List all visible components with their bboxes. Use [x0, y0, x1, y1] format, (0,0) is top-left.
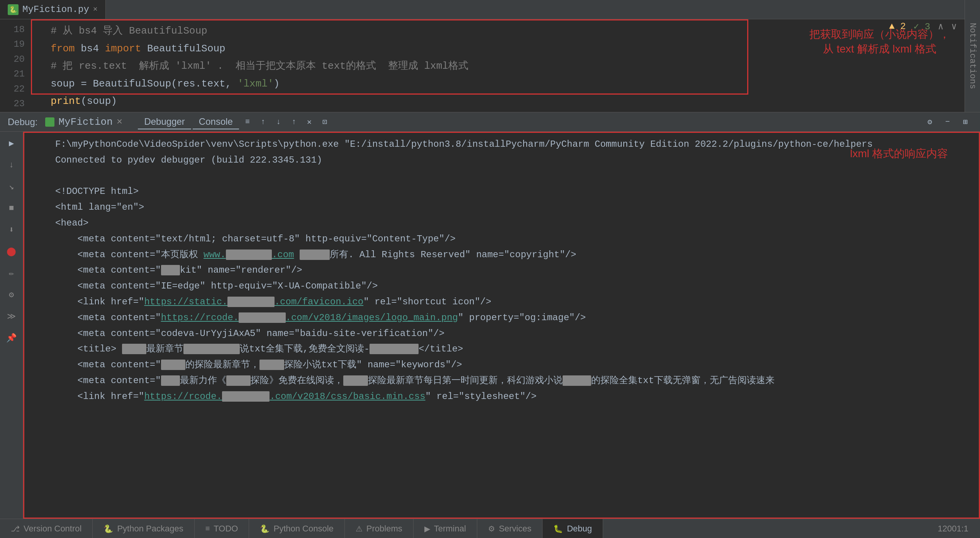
status-tab-terminal-label: Terminal	[434, 524, 466, 534]
tab-debugger[interactable]: Debugger	[138, 115, 191, 129]
problems-icon: ⚠	[356, 524, 363, 533]
status-tab-debug-label: Debug	[567, 524, 592, 534]
status-tab-version-control-label: Version Control	[24, 524, 81, 534]
sidebar-settings-btn[interactable]: ⚙	[4, 287, 19, 302]
sidebar-step-over-btn[interactable]: ↓	[4, 157, 19, 173]
console-line-10: <meta content="IE=edge" http-equiv="X-UA…	[55, 278, 971, 294]
console-line-13: <meta content="codeva-UrYyjiAxA5" name="…	[55, 326, 971, 342]
todo-icon: ≡	[205, 524, 210, 533]
debug-settings: ⚙ − ⊞	[923, 115, 972, 129]
status-tab-todo[interactable]: ≡ TODO	[195, 519, 249, 538]
sidebar-step-into-btn[interactable]: ↘	[4, 179, 19, 194]
debug-tab-close[interactable]: ×	[117, 116, 123, 128]
close-debug-icon[interactable]: −	[941, 115, 955, 129]
console-line-4: <!DOCTYPE html>	[55, 184, 971, 200]
notifications-panel: Notifications	[965, 0, 980, 112]
status-tab-python-console[interactable]: 🐍 Python Console	[249, 519, 344, 538]
console-line-6: <head>	[55, 216, 971, 231]
layout-icon[interactable]: ⊞	[958, 115, 972, 129]
settings-icon[interactable]: ⚙	[923, 115, 937, 129]
status-tabs: ⎇ Version Control 🐍 Python Packages ≡ TO…	[0, 519, 603, 538]
console-line-2: Connected to pydev debugger (build 222.3…	[55, 153, 971, 168]
status-tab-debug[interactable]: 🐛 Debug	[543, 519, 603, 538]
sidebar-resume-btn[interactable]: ▶	[4, 136, 19, 151]
code-line-22: print(soup)	[31, 93, 980, 110]
console-line-11: <link href="https://static.████████.com/…	[55, 294, 971, 310]
console-line-12: <meta content="https://rcode.████████.co…	[55, 310, 971, 326]
tab-console[interactable]: Console	[193, 115, 239, 129]
notifications-label: Notifications	[968, 23, 977, 89]
sidebar-edit-btn[interactable]: ✏	[4, 265, 19, 281]
cursor-position: 12001:1	[938, 524, 980, 534]
status-tab-problems-label: Problems	[366, 524, 402, 534]
editor-area: 🐍 MyFiction.py × ⋮ ▲ 2 ✓ 3 ∧ ∨ 18 19 20 …	[0, 0, 980, 112]
status-tab-problems[interactable]: ⚠ Problems	[345, 519, 414, 538]
sidebar-pin-btn[interactable]: 📌	[4, 330, 19, 346]
console-annotation: lxml 格式的响应内容	[850, 144, 948, 163]
toolbar-btn-up2[interactable]: ↑	[287, 115, 301, 129]
editor-annotation: 把获取到响应（小说内容），从 text 解析成 lxml 格式	[802, 27, 957, 56]
console-line-14: <title> ████最新章节█████████说txt全集下载,免费全文阅读…	[55, 341, 971, 357]
tab-filename: MyFiction.py	[22, 4, 89, 15]
sidebar-breakpoint-btn[interactable]: ⬤	[4, 244, 19, 259]
debug-header: Debug: MyFiction × Debugger Console ≡ ↑ …	[0, 112, 980, 132]
status-tab-python-packages-label: Python Packages	[117, 524, 183, 534]
status-tab-services-label: Services	[499, 524, 531, 534]
debug-filename: MyFiction	[58, 116, 112, 128]
status-tab-terminal[interactable]: ▶ Terminal	[414, 519, 477, 538]
toolbar-btn-close[interactable]: ✕	[302, 115, 316, 129]
console-line-7: <meta content="text/html; charset=utf-8"…	[55, 231, 971, 247]
console-line-9: <meta content="███kit" name="renderer"/>	[55, 263, 971, 278]
console-line-3	[55, 168, 971, 184]
debugger-tab-label: Debugger	[144, 116, 185, 127]
console-line-15: <meta content="████的探险最新章节，████探险小说txt下载…	[55, 357, 971, 373]
debug-file-icon	[45, 117, 54, 127]
toolbar-btn-lines[interactable]: ≡	[241, 115, 254, 129]
toolbar-btn-grid[interactable]: ⊡	[318, 115, 332, 129]
python-file-icon: 🐍	[8, 4, 19, 15]
python-console-icon: 🐍	[260, 524, 270, 533]
toolbar-btn-up1[interactable]: ↑	[256, 115, 270, 129]
status-bar: ⎇ Version Control 🐍 Python Packages ≡ TO…	[0, 519, 980, 538]
tab-bar: 🐍 MyFiction.py × ⋮	[0, 0, 980, 19]
debug-file-tab[interactable]: MyFiction ×	[45, 116, 122, 128]
status-tab-version-control[interactable]: ⎇ Version Control	[0, 519, 93, 538]
console-line-1: F:\myPythonCode\VideoSpider\venv\Scripts…	[55, 137, 971, 153]
debug-toolbar: Debugger Console ≡ ↑ ↓ ↑ ✕ ⊡	[138, 115, 331, 129]
code-line-21: soup = BeautifulSoup(res.text, 'lxml')	[31, 75, 980, 93]
debug-area: Debug: MyFiction × Debugger Console ≡ ↑ …	[0, 112, 980, 538]
status-tab-services[interactable]: ⚙ Services	[477, 519, 543, 538]
debug-label: Debug:	[8, 117, 37, 127]
debug-icon: 🐛	[553, 524, 563, 533]
services-icon: ⚙	[488, 524, 495, 533]
code-line-20: # 把 res.text 解析成 'lxml' . 相当于把文本原本 text的…	[31, 58, 980, 75]
status-tab-python-packages[interactable]: 🐍 Python Packages	[93, 519, 194, 538]
version-control-icon: ⎇	[11, 524, 20, 533]
console-tab-label: Console	[199, 116, 233, 127]
file-tab[interactable]: 🐍 MyFiction.py ×	[0, 0, 106, 19]
toolbar-btn-down[interactable]: ↓	[271, 115, 285, 129]
console-line-17: <link href="https://rcode.████████.com/v…	[55, 389, 971, 405]
line-numbers: 18 19 20 21 22 23 24 25	[0, 19, 31, 112]
debug-left-sidebar: ▶ ↓ ↘ ■ ⬇ ⬤ ✏ ⚙ ≫ 📌	[0, 132, 23, 519]
console-line-5: <html lang="en">	[55, 200, 971, 216]
console-content[interactable]: F:\myPythonCode\VideoSpider\venv\Scripts…	[23, 132, 980, 519]
python-packages-icon: 🐍	[103, 524, 113, 533]
tab-close-button[interactable]: ×	[93, 5, 98, 14]
annotation-text: 把获取到响应（小说内容），从 text 解析成 lxml 格式	[802, 27, 957, 56]
console-line-16: <meta content="███最新力作《████探险》免费在线阅读，███…	[55, 373, 971, 389]
sidebar-stop-btn[interactable]: ■	[4, 200, 19, 216]
console-line-8: <meta content="本页版权 www.████████.com ███…	[55, 247, 971, 263]
status-tab-python-console-label: Python Console	[273, 524, 333, 534]
terminal-icon: ▶	[424, 524, 430, 533]
sidebar-expand-btn[interactable]: ≫	[4, 309, 19, 324]
sidebar-download-btn[interactable]: ⬇	[4, 222, 19, 238]
status-tab-todo-label: TODO	[214, 524, 238, 534]
